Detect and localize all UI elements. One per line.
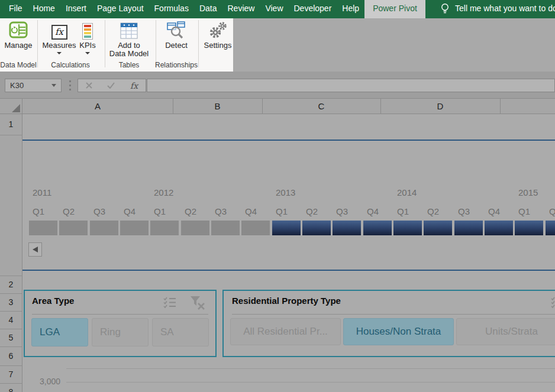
ribbon-tab-bar: FileHomeInsertPage LayoutFormulasDataRev… xyxy=(0,0,555,17)
column-divider xyxy=(500,99,501,114)
tab-home[interactable]: Home xyxy=(28,0,60,17)
slicer-button-lga[interactable]: LGA xyxy=(31,318,88,346)
name-box[interactable]: K30 xyxy=(5,79,62,92)
timeline-quarter-label: Q3 xyxy=(93,206,105,216)
timeline-quarter-label: Q2 xyxy=(549,206,555,216)
timeline-quarter-cell[interactable] xyxy=(393,221,422,235)
lightbulb-icon xyxy=(440,2,450,15)
slicer-button-label: SA xyxy=(153,319,208,346)
column-header-C[interactable]: C xyxy=(262,99,380,114)
slicer-button-all-residential-pr-[interactable]: All Residential Pr... xyxy=(230,318,341,345)
power-pivot-ribbon-panel: Manage fx Measures KPIs xyxy=(0,18,233,72)
row-headers: 12345678 xyxy=(0,114,22,392)
tab-power-pivot[interactable]: Power Pivot xyxy=(364,0,425,18)
name-box-dropdown-icon[interactable] xyxy=(51,84,56,87)
timeline-quarter-cell[interactable] xyxy=(424,221,452,235)
slicer-button-sa[interactable]: SA xyxy=(152,318,209,346)
group-separator xyxy=(198,20,199,67)
multi-select-icon[interactable] xyxy=(163,296,176,309)
column-headers: ABCD xyxy=(0,99,555,114)
timeline-quarter-label: Q3 xyxy=(215,206,227,216)
row-header-4[interactable]: 4 xyxy=(0,311,22,329)
tell-me-box[interactable]: Tell me what you want to do xyxy=(440,0,555,17)
cancel-icon[interactable] xyxy=(86,82,92,89)
timeline-year-label: 2012 xyxy=(154,187,173,197)
column-header-B[interactable]: B xyxy=(173,99,262,114)
group-label-tables: Tables xyxy=(111,61,147,69)
tab-insert[interactable]: Insert xyxy=(60,0,92,17)
measures-dropdown-arrow[interactable] xyxy=(57,52,62,54)
excel-window: FileHomeInsertPage LayoutFormulasDataRev… xyxy=(0,0,555,392)
timeline-quarter-cell[interactable] xyxy=(29,221,57,235)
tab-developer[interactable]: Developer xyxy=(289,0,337,17)
timeline-quarter-cell[interactable] xyxy=(485,221,513,235)
group-separator xyxy=(37,20,38,67)
tab-view[interactable]: View xyxy=(260,0,288,17)
enter-icon[interactable] xyxy=(107,82,115,89)
slicer-separator xyxy=(32,314,208,315)
row-header-8[interactable]: 8 xyxy=(0,383,22,392)
insert-function-icon[interactable]: fx xyxy=(130,81,138,90)
timeline-quarter-label: Q1 xyxy=(518,206,530,216)
group-label-calculations: Calculations xyxy=(46,61,95,69)
timeline-quarter-label: Q1 xyxy=(276,206,288,216)
tab-review[interactable]: Review xyxy=(222,0,260,17)
timeline-quarter-cell[interactable] xyxy=(90,221,118,235)
row-header-6[interactable]: 6 xyxy=(0,346,22,365)
row-header-2[interactable]: 2 xyxy=(0,276,22,293)
timeline-quarter-cell[interactable] xyxy=(59,221,88,235)
slicer-button-label: LGA xyxy=(32,319,88,346)
add-to-data-model-icon xyxy=(105,18,153,40)
row-divider xyxy=(0,276,22,276)
timeline-quarter-cell[interactable] xyxy=(181,221,209,235)
tab-data[interactable]: Data xyxy=(194,0,222,17)
timeline-year-label: 2011 xyxy=(33,187,51,197)
row-divider xyxy=(0,293,22,294)
slicer-separator xyxy=(232,314,555,315)
tab-help[interactable]: Help xyxy=(337,0,364,17)
column-header-D[interactable]: D xyxy=(380,99,500,114)
timeline-year-label: 2014 xyxy=(397,187,417,197)
tab-formulas[interactable]: Formulas xyxy=(149,0,194,17)
formula-input[interactable] xyxy=(147,79,555,92)
row-header-7[interactable]: 7 xyxy=(0,365,22,383)
kpis-dropdown-arrow[interactable] xyxy=(85,52,90,54)
timeline-quarter-cell[interactable] xyxy=(515,221,543,235)
column-divider xyxy=(380,99,381,114)
slicer-button-units-strata[interactable]: Units/Strata xyxy=(456,318,555,345)
clear-filter-icon[interactable] xyxy=(189,295,205,311)
timeline-quarter-cell[interactable] xyxy=(150,221,179,235)
row-divider xyxy=(0,383,22,384)
slicer-button-ring[interactable]: Ring xyxy=(92,318,149,346)
multi-select-icon[interactable] xyxy=(551,296,555,309)
column-header-A[interactable]: A xyxy=(22,99,173,114)
slicer-button-label: Houses/Non Strata xyxy=(344,319,453,345)
chart-axis-label: 3,000 xyxy=(24,377,60,386)
timeline-quarter-cell[interactable] xyxy=(302,221,331,235)
settings-button[interactable]: Settings xyxy=(201,18,235,70)
row-header-5[interactable]: 5 xyxy=(0,329,22,346)
timeline-quarter-label: Q3 xyxy=(336,206,348,216)
timeline-quarter-cell[interactable] xyxy=(211,221,240,235)
timeline-quarter-cell[interactable] xyxy=(333,221,361,235)
select-all-corner[interactable] xyxy=(0,99,22,114)
timeline-quarter-cell[interactable] xyxy=(454,221,483,235)
timeline-scroll-left-button[interactable] xyxy=(28,242,42,257)
timeline-quarter-cell[interactable] xyxy=(120,221,149,235)
row-header-1[interactable]: 1 xyxy=(0,114,22,135)
tab-file[interactable]: File xyxy=(4,0,28,17)
timeline-quarter-cell[interactable] xyxy=(546,221,555,235)
timeline-quarter-cell[interactable] xyxy=(272,221,301,235)
chart-gridline xyxy=(66,382,555,383)
tab-page-layout[interactable]: Page Layout xyxy=(92,0,149,17)
timeline-quarter-cell[interactable] xyxy=(241,221,270,235)
row-header-3[interactable]: 3 xyxy=(0,293,22,311)
slicer-button-houses-non-strata[interactable]: Houses/Non Strata xyxy=(343,318,454,345)
timeline-bottom-border xyxy=(22,270,555,271)
name-box-value: K30 xyxy=(10,81,24,90)
timeline-quarter-label: Q4 xyxy=(245,206,257,216)
timeline-quarter-cell[interactable] xyxy=(363,221,392,235)
slicer-area-type: Area Type LGARingSA xyxy=(24,290,217,357)
column-divider xyxy=(173,99,173,114)
slicer-button-label: Ring xyxy=(92,319,148,346)
